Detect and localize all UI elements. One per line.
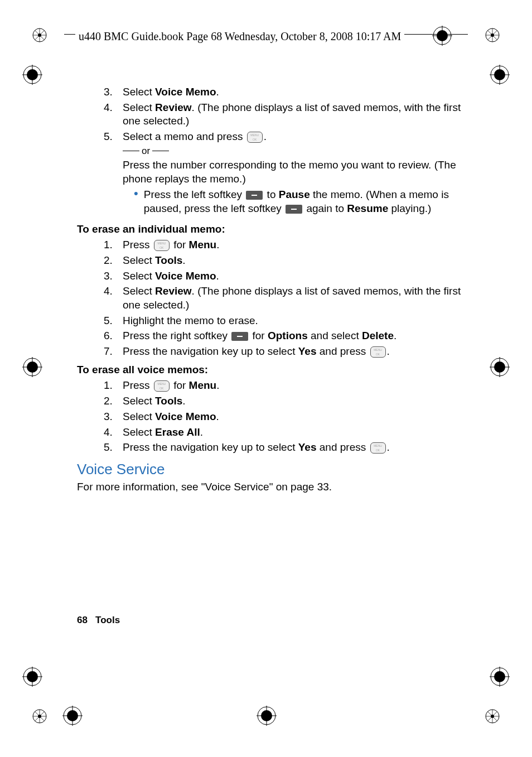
bold-text: Voice Memo — [155, 411, 216, 422]
text: . — [387, 345, 390, 357]
text: . — [182, 395, 185, 407]
text: . — [394, 330, 396, 341]
text: . — [200, 426, 203, 438]
list-item: 4.Select Erase All. — [104, 426, 467, 440]
register-mark-icon — [62, 706, 83, 726]
page-number: 68 — [77, 615, 88, 625]
bold-text: Voice Memo — [155, 270, 216, 282]
step-number: 6. — [104, 329, 123, 343]
text: . — [216, 86, 219, 98]
text: and press — [317, 345, 369, 357]
crop-mark-icon — [485, 709, 500, 724]
header-text: u440 BMC Guide.book Page 68 Wednesday, O… — [75, 30, 404, 43]
register-mark-icon — [22, 357, 42, 377]
text: Select — [123, 102, 155, 113]
text: Select — [123, 254, 155, 266]
crop-mark-icon — [32, 28, 47, 42]
text: Select — [123, 285, 155, 297]
list-item: 5.Highlight the memo to erase. — [104, 314, 467, 328]
step-number: 2. — [104, 394, 123, 408]
bold-text: Resume — [347, 202, 388, 214]
or-text: or — [139, 145, 152, 157]
text: . — [264, 131, 267, 142]
page-footer: 68 Tools — [77, 615, 120, 626]
text: Select — [123, 86, 155, 98]
text: Select — [123, 426, 155, 438]
text: Press the left softkey — [144, 189, 245, 200]
list-item: 1.Press for Menu. — [104, 379, 467, 393]
step-number: 5. — [104, 441, 123, 455]
bullet-icon: • — [134, 188, 138, 215]
menu-ok-key-icon — [247, 132, 263, 143]
crop-mark-icon — [32, 709, 47, 724]
register-mark-icon — [22, 667, 42, 687]
text: again to — [303, 202, 347, 214]
voice-service-text: For more information, see "Voice Service… — [77, 480, 467, 494]
page-content: 3. Select Voice Memo. 4. Select Review. … — [77, 84, 467, 494]
review-list: 3. Select Voice Memo. 4. Select Review. … — [77, 85, 467, 218]
step-number: 3. — [104, 410, 123, 424]
text: for — [171, 379, 189, 391]
list-item: 2.Select Tools. — [104, 394, 467, 408]
text: Press the right softkey — [123, 330, 230, 341]
subheading-erase-individual: To erase an individual memo: — [77, 223, 467, 237]
list-item: 5.Press the navigation key up to select … — [104, 441, 467, 455]
step-number: 4. — [104, 101, 123, 128]
text: Select — [123, 270, 155, 282]
text: . — [387, 441, 390, 453]
erase-individual-list: 1.Press for Menu. 2.Select Tools. 3.Sele… — [77, 238, 467, 359]
text: . — [216, 239, 219, 250]
menu-ok-key-icon — [370, 346, 386, 358]
step-number: 7. — [104, 345, 123, 359]
register-mark-icon — [490, 667, 510, 687]
erase-all-list: 1.Press for Menu. 2.Select Tools. 3.Sele… — [77, 379, 467, 454]
text: . — [216, 379, 219, 391]
left-softkey-icon — [246, 191, 263, 200]
text: Highlight the memo to erase. — [123, 314, 467, 328]
step-number: 1. — [104, 379, 123, 393]
bold-text: Tools — [155, 254, 182, 266]
right-softkey-icon — [231, 332, 248, 341]
menu-ok-key-icon — [370, 442, 386, 454]
text: and press — [317, 441, 369, 453]
register-mark-icon — [490, 357, 510, 377]
or-divider: or — [123, 145, 467, 157]
step-number: 4. — [104, 285, 123, 312]
list-item: 6.Press the right softkey for Options an… — [104, 329, 467, 343]
text: Press the number corresponding to the me… — [123, 158, 467, 186]
bold-text: Menu — [189, 379, 217, 391]
list-item: 1.Press for Menu. — [104, 238, 467, 252]
footer-section: Tools — [95, 615, 120, 625]
menu-ok-key-icon — [154, 240, 170, 251]
text: for — [171, 239, 189, 250]
bold-text: Erase All — [155, 426, 200, 438]
list-item: 5. Select a memo and press . or Press th… — [104, 130, 467, 218]
register-mark-icon — [257, 706, 277, 726]
register-mark-icon — [22, 65, 42, 85]
bold-text: Voice Memo — [155, 86, 216, 98]
text: Select — [123, 411, 155, 422]
menu-ok-key-icon — [154, 380, 170, 392]
bold-text: Delete — [362, 330, 394, 341]
step-number: 4. — [104, 426, 123, 440]
text: Press — [123, 239, 153, 250]
text: Press — [123, 379, 153, 391]
register-mark-icon — [490, 65, 510, 85]
text: Select — [123, 395, 155, 407]
text: playing.) — [388, 202, 431, 214]
bullet-item: • Press the left softkey to Pause the me… — [134, 188, 467, 215]
bold-text: Menu — [189, 239, 217, 250]
bold-text: Options — [268, 330, 308, 341]
text: . — [216, 270, 219, 282]
bold-text: Tools — [155, 395, 182, 407]
subheading-erase-all: To erase all voice memos: — [77, 363, 467, 377]
step-number: 3. — [104, 269, 123, 283]
text: Press the navigation key up to select — [123, 441, 298, 453]
bold-text: Yes — [298, 441, 317, 453]
left-softkey-icon — [286, 205, 302, 214]
text: for — [249, 330, 268, 341]
step-number: 2. — [104, 254, 123, 268]
crop-mark-icon — [485, 28, 500, 42]
bold-text: Review — [155, 102, 191, 113]
step-number: 3. — [104, 85, 123, 99]
